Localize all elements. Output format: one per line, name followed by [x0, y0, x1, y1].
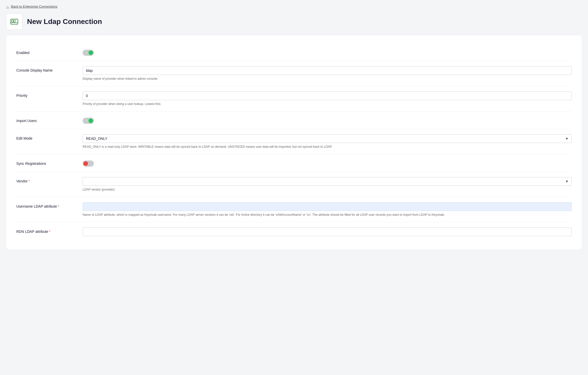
- import-users-label: Import Users: [16, 117, 83, 123]
- priority-input[interactable]: [83, 91, 572, 100]
- vendor-select-wrap: Active Directory Red Hat Directory Serve…: [83, 177, 572, 186]
- priority-hint: Priority of provider when doing a user l…: [83, 102, 572, 106]
- enabled-toggle-thumb: [88, 50, 93, 55]
- username-ldap-attribute-hint: Name of LDAP attribute, which is mapped …: [83, 212, 572, 217]
- enabled-toggle-track: [83, 50, 94, 56]
- console-display-name-input[interactable]: [83, 66, 572, 75]
- priority-control: Priority of provider when doing a user l…: [83, 91, 572, 106]
- priority-label: Priority: [16, 91, 83, 98]
- vendor-label: Vendor*: [16, 177, 83, 183]
- enabled-row: Enabled: [16, 44, 572, 61]
- console-display-name-label: Console Display Name: [16, 66, 83, 72]
- edit-mode-row: Edit Mode READ_ONLY WRITABLE UNSYNCED ▼ …: [16, 129, 572, 154]
- svg-rect-1: [12, 20, 13, 22]
- rdn-ldap-attribute-control: [83, 227, 572, 236]
- back-link[interactable]: ← Back to Enterprise Connections: [0, 0, 588, 11]
- back-link-label: Back to Enterprise Connections: [11, 5, 57, 8]
- enabled-toggle-wrap: [83, 49, 572, 56]
- vendor-row: Vendor* Active Directory Red Hat Directo…: [16, 172, 572, 197]
- edit-mode-control: READ_ONLY WRITABLE UNSYNCED ▼ READ_ONLY …: [83, 134, 572, 149]
- console-display-name-hint: Display name of provider when linked in …: [83, 76, 572, 81]
- edit-mode-label: Edit Mode: [16, 134, 83, 140]
- edit-mode-hint: READ_ONLY is a read-only LDAP store. WRI…: [83, 144, 572, 149]
- rdn-ldap-required-star: *: [49, 230, 50, 234]
- sync-registrations-row: Sync Registrations: [16, 154, 572, 172]
- vendor-hint: LDAP vendor (provider): [83, 187, 572, 192]
- username-ldap-attribute-row: Username LDAP attribute* Name of LDAP at…: [16, 197, 572, 222]
- sync-registrations-label: Sync Registrations: [16, 159, 83, 166]
- page-title: New Ldap Connection: [27, 18, 102, 26]
- enabled-label: Enabled: [16, 49, 83, 55]
- username-ldap-required-star: *: [58, 204, 59, 208]
- page-header: New Ldap Connection: [0, 11, 588, 35]
- enabled-toggle[interactable]: [83, 50, 94, 56]
- back-arrow-icon: ←: [6, 5, 9, 8]
- import-users-toggle[interactable]: [83, 118, 94, 124]
- import-users-toggle-track: [83, 118, 94, 124]
- sync-registrations-control: [83, 159, 572, 167]
- rdn-ldap-attribute-row: RDN LDAP attribute*: [16, 222, 572, 241]
- edit-mode-select[interactable]: READ_ONLY WRITABLE UNSYNCED: [83, 134, 572, 143]
- username-ldap-attribute-control: Name of LDAP attribute, which is mapped …: [83, 202, 572, 217]
- rdn-ldap-attribute-label: RDN LDAP attribute*: [16, 227, 83, 234]
- import-users-toggle-thumb: [88, 118, 93, 123]
- form-card: Enabled Console Display Name Display nam…: [6, 35, 582, 249]
- console-display-name-row: Console Display Name Display name of pro…: [16, 61, 572, 86]
- rdn-ldap-attribute-input[interactable]: [83, 227, 572, 236]
- username-ldap-attribute-label: Username LDAP attribute*: [16, 202, 83, 208]
- page-icon-box: [6, 14, 22, 30]
- sync-registrations-toggle[interactable]: [83, 160, 94, 167]
- vendor-control: Active Directory Red Hat Directory Serve…: [83, 177, 572, 192]
- enabled-control: [83, 49, 572, 56]
- ldap-icon: [10, 17, 19, 26]
- import-users-toggle-wrap: [83, 117, 572, 124]
- vendor-select[interactable]: Active Directory Red Hat Directory Serve…: [83, 177, 572, 186]
- import-users-row: Import Users: [16, 112, 572, 129]
- username-ldap-attribute-input[interactable]: [83, 202, 572, 211]
- sync-registrations-toggle-wrap: [83, 159, 572, 167]
- edit-mode-select-wrap: READ_ONLY WRITABLE UNSYNCED ▼: [83, 134, 572, 143]
- console-display-name-control: Display name of provider when linked in …: [83, 66, 572, 81]
- sync-registrations-toggle-track: [83, 160, 94, 167]
- svg-rect-2: [14, 20, 15, 22]
- vendor-required-star: *: [28, 179, 30, 183]
- priority-row: Priority Priority of provider when doing…: [16, 86, 572, 112]
- sync-registrations-toggle-thumb: [83, 161, 88, 166]
- import-users-control: [83, 117, 572, 124]
